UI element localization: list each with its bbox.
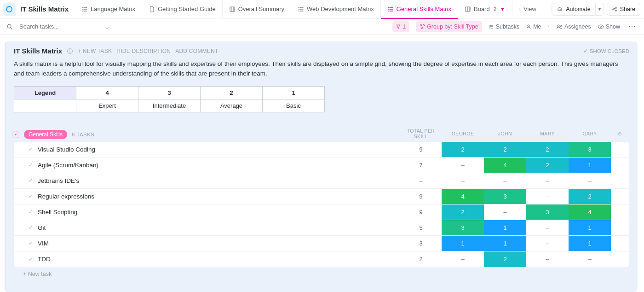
col-head-john: JOHN [484,131,526,136]
cell-value[interactable]: 2 [569,189,611,204]
cell-total[interactable]: 9 [400,204,442,220]
cell-add [611,220,629,235]
tab-label: Language Matrix [91,6,135,12]
list-icon [81,6,88,12]
cell-value[interactable]: 4 [484,158,526,173]
group-name-pill[interactable]: General Skills [24,130,67,139]
cell-value[interactable]: 3 [442,220,484,235]
cell-value[interactable]: – [526,236,569,251]
collapse-toggle[interactable]: ▾ [12,131,19,138]
add-view-label: View [523,6,536,12]
cell-value[interactable]: – [484,173,526,188]
main-area: IT Skills Matrix + NEW TASK HIDE DESCRIP… [0,35,644,292]
tab-label: Board [474,6,490,12]
legend-table: Legend 4 3 2 1 Expert Intermediate Avera… [14,86,325,112]
task-row[interactable]: ✓VIM311–1 [14,236,629,251]
cell-value[interactable]: – [569,173,611,188]
check-icon: ✓ [583,48,588,54]
legend-col-1: 1 [263,86,325,99]
cell-value[interactable]: 3 [526,204,569,220]
cell-value[interactable]: 1 [484,236,526,251]
task-row[interactable]: ✓Regular expressions943–2 [14,189,629,204]
tab-web-development-matrix[interactable]: Web Development Matrix [291,0,381,18]
add-column-button[interactable]: ⊕ [611,131,629,136]
tab-language-matrix[interactable]: Language Matrix [75,0,142,18]
tab-overall-summary[interactable]: Overall Summary [223,0,291,18]
group-task-count: 8 TASKS [72,132,94,137]
new-task-row-button[interactable]: + New task [14,267,629,278]
cell-value[interactable]: 4 [442,189,484,204]
cell-value[interactable]: 4 [569,204,611,220]
cell-total[interactable]: 3 [400,236,442,251]
assignees-button[interactable]: Assignees [556,23,591,30]
cell-value[interactable]: 2 [484,251,526,267]
show-button[interactable]: Show [598,23,620,30]
cell-total[interactable]: – [400,173,442,188]
cell-value[interactable]: 2 [526,142,569,157]
check-icon: ✓ [29,177,33,184]
cell-add [611,158,629,173]
cell-value[interactable]: – [526,189,569,204]
check-icon: ✓ [29,162,33,168]
subtasks-button[interactable]: Subtasks [489,23,519,30]
add-view-button[interactable]: + View [512,6,542,12]
task-row[interactable]: ✓Visual Studio Coding92223 [14,142,629,158]
cell-add [611,142,629,157]
task-row[interactable]: ✓Agile (Scrum/Kanban)7–421 [14,158,629,173]
cell-value[interactable]: – [442,173,484,188]
group-by-pill[interactable]: Group by: Skill Type [416,21,482,32]
more-options-button[interactable]: ⋯ [627,22,638,31]
check-icon: ✓ [29,193,33,199]
show-closed-button[interactable]: ✓ SHOW CLOSED [583,48,629,54]
task-row[interactable]: ✓Git531–1 [14,220,629,236]
cell-total[interactable]: 5 [400,220,442,235]
cell-value[interactable]: 1 [569,236,611,251]
cell-value[interactable]: 1 [484,220,526,235]
automate-dropdown-button[interactable]: ▾ [596,3,604,16]
check-icon: ✓ [29,146,33,152]
share-button[interactable]: Share [607,3,640,16]
task-row[interactable]: ✓Shell Scripting92–34 [14,204,629,220]
cell-add [611,236,629,251]
cell-value[interactable]: 3 [484,189,526,204]
filter-pill[interactable]: 1 [392,21,409,32]
task-row[interactable]: ✓Jetbrains IDE's––––– [14,173,629,189]
legend-label-intermediate: Intermediate [138,99,201,112]
cell-value[interactable]: 2 [484,142,526,157]
task-row[interactable]: ✓TDD2–2–– [14,251,629,267]
tab-label: Web Development Matrix [307,6,374,12]
cell-value[interactable]: 2 [442,204,484,220]
tab-getting-started-guide[interactable]: Getting Started Guide [142,0,223,18]
cell-value[interactable]: 3 [569,142,611,157]
new-task-button[interactable]: + NEW TASK [78,48,112,54]
cell-value[interactable]: 2 [442,142,484,157]
automate-button[interactable]: Automate [552,3,596,16]
tab-badge: 2 [494,6,497,12]
check-icon: ✓ [29,256,33,263]
cell-value[interactable]: – [526,251,569,267]
hide-description-button[interactable]: HIDE DESCRIPTION [116,48,171,54]
cell-value[interactable]: – [484,204,526,220]
cell-total[interactable]: 7 [400,158,442,173]
tab-general-skills-matrix[interactable]: General Skills Matrix [381,0,458,18]
cell-value[interactable]: 1 [442,236,484,251]
legend-col-3: 3 [138,86,201,99]
cell-value[interactable]: 2 [526,158,569,173]
cell-value[interactable]: – [442,251,484,267]
info-icon[interactable] [67,48,73,54]
add-comment-button[interactable]: ADD COMMENT [175,48,218,54]
me-button[interactable]: Me [526,23,541,30]
cell-value[interactable]: 1 [569,158,611,173]
cell-total[interactable]: 9 [400,142,442,157]
cell-total[interactable]: 2 [400,251,442,267]
cell-value[interactable]: 1 [569,220,611,235]
tab-board[interactable]: Board 2 ▾ [458,0,512,18]
svg-point-4 [560,9,561,10]
cell-value[interactable]: – [526,220,569,235]
cell-value[interactable]: – [526,173,569,188]
search-input[interactable] [19,23,111,30]
cell-value[interactable]: – [569,251,611,267]
chevron-down-icon[interactable]: ⌄ [104,22,110,31]
cell-value[interactable]: – [442,158,484,173]
cell-total[interactable]: 9 [400,189,442,204]
